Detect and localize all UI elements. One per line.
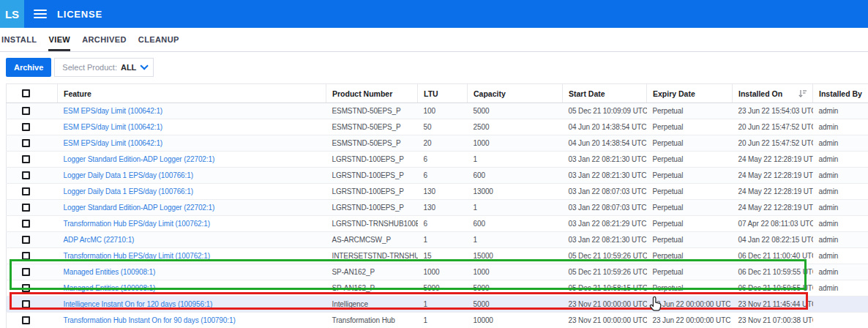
feature-link[interactable]: Transformation Hub EPS/day Limit (100762… [64,252,210,260]
row-checkbox[interactable] [22,268,30,276]
row-checkbox[interactable] [22,155,30,163]
cell-expiry-date: Perpetual [647,232,733,248]
cell-feature: ESM EPS/day Limit (100642:1) [58,103,326,119]
row-checkbox[interactable] [22,139,30,147]
cell-capacity: 5000 [468,103,563,119]
feature-link[interactable]: Logger Standard Edition-ADP Logger (2270… [64,204,215,212]
cell-start-date: 03 Jan 22 08:21:30 UTC [563,232,647,248]
product-filter-dropdown[interactable]: Select Product: ALL [54,58,154,77]
cell-product-number: LGRSTND-100EPS_P [326,152,418,168]
cell-installed-on: 24 May 22 12:28:19 UTC [733,184,813,200]
sort-descending-icon[interactable] [798,89,807,98]
row-checkbox-cell [7,168,58,184]
product-filter-label: Select Product: [62,63,117,72]
cell-feature: Managed Entities (100908:1) [58,280,326,297]
cell-product-number: LGRSTND-100EPS_P [326,200,418,216]
feature-link[interactable]: ADP ArcMC (22710:1) [64,236,135,244]
cell-installed-by: admin [813,264,868,280]
cell-feature: ESM EPS/day Limit (100642:1) [58,135,326,152]
feature-link[interactable]: Logger Daily Data 1 EPS/day (100766:1) [64,187,193,195]
cell-product-number: LGRSTND-TRNSHUB100EPS_P [326,216,418,232]
cell-start-date: 23 Nov 21 00:00:00 UTC [563,297,647,313]
cell-ltu: 20 [418,135,468,152]
feature-link[interactable]: ESM EPS/day Limit (100642:1) [64,123,163,131]
column-header-feature[interactable]: Feature [58,84,326,103]
feature-link[interactable]: ESM EPS/day Limit (100642:1) [64,139,163,147]
cell-capacity: 600 [468,216,563,232]
cell-expiry-date: Perpetual [647,200,733,216]
feature-link[interactable]: ESM EPS/day Limit (100642:1) [64,107,163,115]
table-row: Intelligence Instant On for 120 days (10… [7,297,868,313]
row-checkbox[interactable] [22,107,30,115]
column-header-start-date[interactable]: Start Date [563,84,647,103]
cell-installed-on: 04 Jan 22 08:22:15 UTC [733,232,813,248]
cell-installed-by: admin [813,248,868,264]
cell-capacity: 2500 [468,119,563,135]
tab-bar: INSTALL VIEW ARCHIVED CLEANUP [0,28,868,52]
row-checkbox[interactable] [22,220,30,228]
license-page: LS LICENSE INSTALL VIEW ARCHIVED CLEANUP… [0,0,868,328]
cell-product-number: LGRSTND-100EPS_P [326,184,418,200]
toolbar: Archive Select Product: ALL [6,58,868,77]
column-header-installed-on[interactable]: Installed On [733,84,813,103]
cell-start-date: 03 Jan 22 08:07:03 UTC [563,200,647,216]
row-checkbox[interactable] [22,123,30,131]
cell-capacity: 5000 [468,280,563,297]
tab-cleanup[interactable]: CLEANUP [138,28,179,51]
cell-product-number: AS-ARCMCSW_P [326,232,418,248]
row-checkbox[interactable] [22,252,30,260]
tab-view[interactable]: VIEW [48,28,70,51]
row-checkbox[interactable] [22,236,30,244]
cell-installed-on: 24 May 22 12:28:19 UTC [733,152,813,168]
row-checkbox[interactable] [22,171,30,179]
column-header-ltu[interactable]: LTU [418,84,468,103]
feature-link[interactable]: Intelligence Instant On for 120 days (10… [64,300,213,308]
cell-expiry-date: Perpetual [647,152,733,168]
feature-link[interactable]: Managed Entities (100908:1) [64,284,156,292]
row-checkbox[interactable] [22,300,30,308]
cell-start-date: 04 Jun 20 14:38:54 UTC [563,135,647,152]
cell-installed-on: 06 Dec 21 10:59:55 UTC [733,264,813,280]
cell-start-date: 23 Nov 21 00:00:00 UTC [563,313,647,328]
product-filter-value: ALL [121,63,136,72]
cell-ltu: 5000 [418,280,468,297]
select-all-checkbox[interactable] [22,89,30,97]
cell-capacity: 600 [468,168,563,184]
cell-ltu: 6 [418,168,468,184]
cell-capacity: 10000 [468,313,563,328]
feature-link[interactable]: Logger Standard Edition-ADP Logger (2270… [64,155,215,163]
cell-installed-by [813,297,868,313]
archive-button[interactable]: Archive [6,58,51,77]
cell-capacity: 1 [468,152,563,168]
cell-product-number: Intelligence [326,297,418,313]
feature-link[interactable]: Transformation Hub Instant On for 90 day… [64,316,236,324]
row-checkbox[interactable] [22,284,30,292]
cell-start-date: 05 Dec 21 10:59:26 UTC [563,248,647,264]
row-checkbox[interactable] [22,204,30,212]
column-header-expiry-date[interactable]: Expiry Date [647,84,733,103]
column-header-capacity[interactable]: Capacity [468,84,563,103]
column-header-installed-by[interactable]: Installed By [813,84,868,103]
cell-ltu: 50 [418,119,468,135]
tab-archived[interactable]: ARCHIVED [82,28,127,51]
feature-link[interactable]: Managed Entities (100908:1) [64,268,156,276]
cell-product-number: INTERSETSTND-TRNSHUB_P [326,248,418,264]
app-logo: LS [0,0,24,28]
hamburger-menu-icon[interactable] [34,0,47,28]
table-body: ESM EPS/day Limit (100642:1)ESMSTND-50EP… [7,103,868,328]
column-header-product-number[interactable]: Product Number [326,84,418,103]
cell-ltu: 130 [418,200,468,216]
table-row: Transformation Hub EPS/day Limit (100762… [7,248,868,264]
tab-install[interactable]: INSTALL [1,28,37,51]
feature-link[interactable]: Transformation Hub EPS/day Limit (100762… [64,220,210,228]
cell-installed-on: 23 Jun 22 15:54:03 UTC [733,103,813,119]
feature-link[interactable]: Logger Daily Data 1 EPS/day (100766:1) [64,171,193,179]
cell-feature: Logger Daily Data 1 EPS/day (100766:1) [58,184,326,200]
cell-feature: Logger Standard Edition-ADP Logger (2270… [58,152,326,168]
row-checkbox[interactable] [22,187,30,195]
cell-installed-on: 06 Dec 21 10:59:55 UTC [733,280,813,297]
cell-expiry-date: Perpetual [647,135,733,152]
cell-ltu: 1 [418,297,468,313]
installed-on-label: Installed On [738,89,782,98]
row-checkbox[interactable] [22,316,30,324]
